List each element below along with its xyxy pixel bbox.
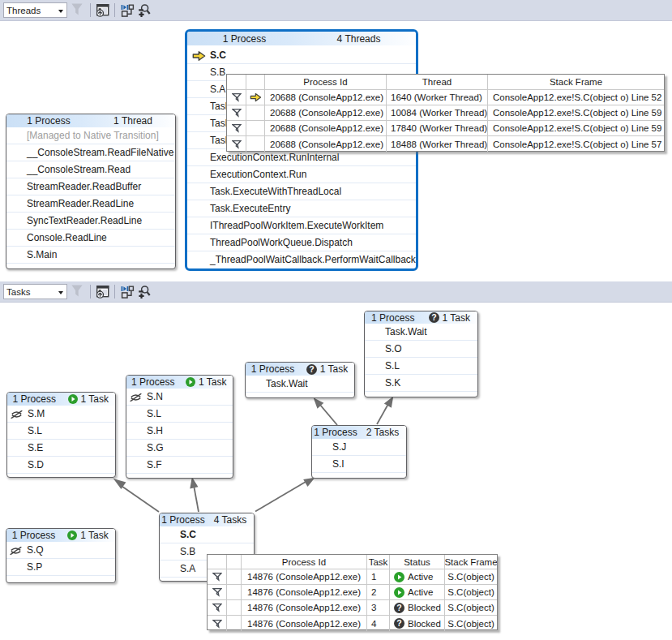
svg-text:?: ? [431,312,436,322]
svg-text:?: ? [309,364,314,374]
svg-text:?: ? [396,618,401,628]
svg-text:?: ? [396,603,401,612]
